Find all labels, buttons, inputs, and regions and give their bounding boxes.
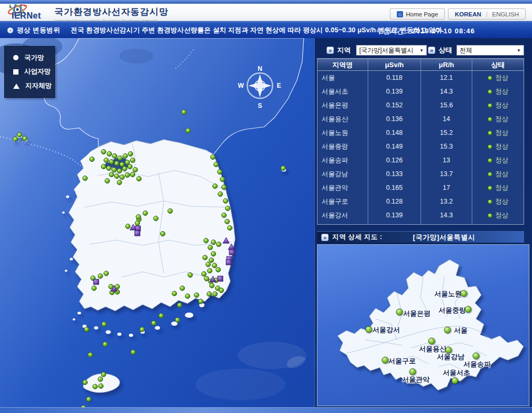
legend-item-operator[interactable]: 사업자망 [13,67,54,76]
national-station-marker[interactable] [120,175,125,180]
national-station-marker[interactable] [130,172,135,177]
national-station-marker[interactable] [113,154,117,159]
national-station-marker[interactable] [222,185,227,190]
table-row[interactable]: 서울은평0.15215.6정상 [318,98,524,112]
national-station-marker[interactable] [143,211,148,216]
national-station-marker[interactable] [112,168,117,172]
table-row[interactable]: 서울노원0.14815.2정상 [318,126,524,140]
national-station-marker[interactable] [216,268,221,272]
national-station-marker[interactable] [13,137,18,142]
national-station-marker[interactable] [120,162,125,167]
national-station-marker[interactable] [194,293,199,298]
national-station-marker[interactable] [87,397,91,402]
legend-item-local[interactable]: 지자체망 [13,81,54,90]
national-station-marker[interactable] [218,192,223,197]
national-station-marker[interactable] [131,350,136,355]
korean-button[interactable]: KOREAN [455,11,481,17]
national-station-marker[interactable] [182,110,186,115]
national-station-marker[interactable] [125,160,130,165]
national-station-marker[interactable] [23,136,27,141]
national-station-marker[interactable] [211,252,216,256]
national-station-marker[interactable] [186,129,191,133]
national-station-marker[interactable] [204,238,209,243]
national-station-marker[interactable] [161,232,165,236]
national-station-marker[interactable] [125,173,130,178]
national-station-marker[interactable] [104,158,109,163]
seoul-station-marker[interactable] [465,306,472,313]
seoul-station-marker[interactable] [452,378,459,384]
national-station-marker[interactable] [226,206,230,211]
national-station-marker[interactable] [123,154,128,159]
national-station-marker[interactable] [213,292,218,297]
national-station-marker[interactable] [105,179,110,183]
national-station-marker[interactable] [199,299,203,304]
seoul-station-marker[interactable] [382,357,389,364]
table-row[interactable]: 서울강서0.13914.3정상 [318,208,524,222]
national-station-marker[interactable] [168,209,173,214]
national-station-marker[interactable] [99,384,104,389]
national-station-marker[interactable] [281,166,286,171]
national-station-marker[interactable] [101,372,106,377]
national-station-marker[interactable] [123,167,127,171]
national-station-marker[interactable] [101,150,106,154]
seoul-station-marker[interactable] [445,347,452,354]
seoul-station-marker[interactable] [409,369,416,375]
table-row[interactable]: 서울강남0.13313.7정상 [318,167,524,181]
national-station-marker[interactable] [103,342,108,347]
logo[interactable]: IERNet [4,4,53,21]
seoul-station-marker[interactable] [428,338,435,345]
national-station-marker[interactable] [172,291,177,296]
national-station-marker[interactable] [178,303,182,308]
table-row[interactable]: 서울0.11812.1정상 [318,71,524,85]
table-row[interactable]: 서울용산0.13614정상 [318,112,524,126]
national-station-marker[interactable] [208,245,213,250]
table-row[interactable]: 서울관악0.16517정상 [318,181,524,195]
national-station-marker[interactable] [102,322,107,327]
seoul-station-marker[interactable] [396,309,403,316]
national-station-marker[interactable] [185,294,190,299]
national-station-marker[interactable] [159,314,164,318]
legend-item-national[interactable]: 국가망 [13,53,54,62]
national-station-marker[interactable] [115,174,119,179]
status-select[interactable]: 전체 ▼ [456,45,524,56]
national-station-marker[interactable] [228,226,232,231]
national-station-marker[interactable] [207,292,212,297]
operator-station-marker[interactable] [229,250,235,255]
national-station-marker[interactable] [212,263,217,268]
national-station-marker[interactable] [98,274,103,279]
region-select[interactable]: [국가망]서울특별시 ▼ [356,45,427,56]
national-station-marker[interactable] [211,155,216,160]
national-station-marker[interactable] [88,353,93,357]
national-station-marker[interactable] [218,170,222,175]
national-station-marker[interactable] [209,258,214,263]
national-station-marker[interactable] [208,269,212,273]
national-station-marker[interactable] [204,277,209,281]
seoul-station-marker[interactable] [444,327,451,334]
home-page-button[interactable]: ⌂ Home Page [390,8,445,20]
national-station-marker[interactable] [223,199,228,204]
national-station-marker[interactable] [118,156,123,161]
national-station-marker[interactable] [217,242,221,247]
national-station-marker[interactable] [128,164,133,169]
table-row[interactable]: 서울구로0.12813.2정상 [318,195,524,208]
national-station-marker[interactable] [214,162,219,167]
national-station-marker[interactable] [109,160,114,164]
national-station-marker[interactable] [93,384,98,389]
national-station-marker[interactable] [85,327,89,332]
operator-station-marker[interactable] [94,279,99,284]
national-station-marker[interactable] [213,184,218,189]
national-station-marker[interactable] [202,272,207,277]
national-station-marker[interactable] [83,176,88,181]
national-station-marker[interactable] [117,169,122,173]
national-station-marker[interactable] [128,152,133,157]
national-station-marker[interactable] [206,262,211,267]
seoul-station-marker[interactable] [473,353,480,360]
national-station-marker[interactable] [90,157,95,162]
table-row[interactable]: 서울송파0.12613정상 [318,153,524,167]
operator-station-marker[interactable] [218,276,223,281]
national-station-marker[interactable] [130,158,135,163]
national-station-marker[interactable] [17,133,22,137]
national-station-marker[interactable] [98,377,103,382]
national-station-marker[interactable] [135,221,140,226]
national-station-marker[interactable] [137,177,142,181]
